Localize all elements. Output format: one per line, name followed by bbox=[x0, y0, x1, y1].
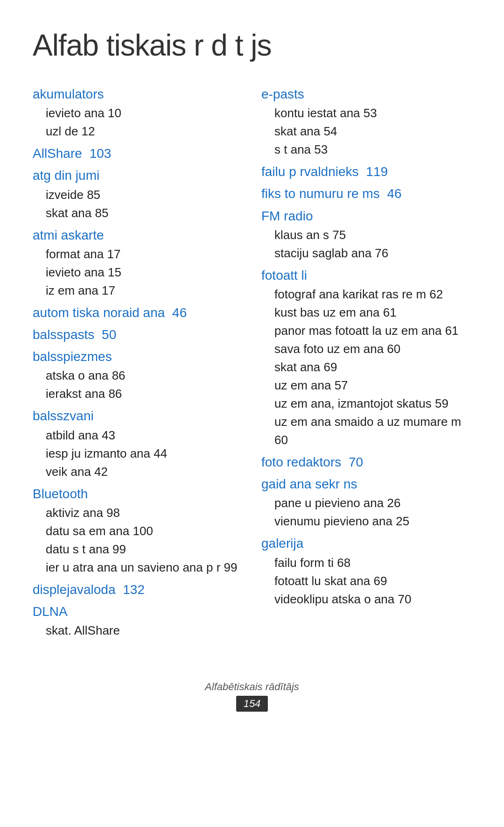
sub-entries: fotograf ana karikat ras re m 62kust bas… bbox=[274, 285, 471, 449]
entry-header: FM radio bbox=[261, 207, 471, 225]
sub-entry: kontu iestat ana 53 bbox=[274, 104, 471, 122]
sub-entry: veik ana 42 bbox=[46, 463, 243, 481]
index-entry: autom tiska noraid ana 46 bbox=[33, 304, 243, 322]
sub-entries: klaus an s 75staciju saglab ana 76 bbox=[274, 226, 471, 262]
index-entry: fotoatt lifotograf ana karikat ras re m … bbox=[261, 266, 471, 449]
index-entry: DLNAskat. AllShare bbox=[33, 602, 243, 640]
page-number: 119 bbox=[366, 164, 388, 179]
sub-entries: skat. AllShare bbox=[46, 622, 243, 640]
sub-entry: uz em ana 57 bbox=[274, 376, 471, 395]
sub-entry: videoklipu atska o ana 70 bbox=[274, 590, 471, 608]
sub-entry: atska o ana 86 bbox=[46, 367, 243, 385]
right-column: e-pastskontu iestat ana 53skat ana 54s t… bbox=[261, 81, 471, 612]
index-entry: AllShare 103 bbox=[33, 144, 243, 163]
sub-entry: ier u atra ana un savieno ana p r 99 bbox=[46, 558, 243, 577]
page-number: 70 bbox=[349, 455, 363, 469]
sub-entry: fotograf ana karikat ras re m 62 bbox=[274, 285, 471, 304]
sub-entries: izveide 85skat ana 85 bbox=[46, 186, 243, 222]
index-entry: atg din jumiizveide 85skat ana 85 bbox=[33, 166, 243, 222]
entry-header: e-pasts bbox=[261, 85, 471, 103]
sub-entry: atbild ana 43 bbox=[46, 426, 243, 445]
sub-entries: kontu iestat ana 53skat ana 54s t ana 53 bbox=[274, 104, 471, 159]
sub-entry: izveide 85 bbox=[46, 186, 243, 204]
sub-entry: vienumu pievieno ana 25 bbox=[274, 512, 471, 530]
sub-entry: iesp ju izmanto ana 44 bbox=[46, 445, 243, 463]
index-entry: displejavaloda 132 bbox=[33, 580, 243, 599]
sub-entry: ievieto ana 10 bbox=[46, 104, 243, 122]
sub-entries: format ana 17ievieto ana 15iz em ana 17 bbox=[46, 245, 243, 300]
sub-entry: iz em ana 17 bbox=[46, 282, 243, 300]
sub-entries: atbild ana 43iesp ju izmanto ana 44veik … bbox=[46, 426, 243, 481]
sub-entry: aktiviz ana 98 bbox=[46, 504, 243, 522]
entry-header: gaid ana sekr ns bbox=[261, 475, 471, 493]
sub-entries: ievieto ana 10uzl de 12 bbox=[46, 104, 243, 141]
page-number: 46 bbox=[172, 305, 187, 320]
entry-header: atg din jumi bbox=[33, 166, 243, 184]
sub-entry: s t ana 53 bbox=[274, 141, 471, 159]
footer: Alfabētiskais rādītājs 154 bbox=[33, 681, 471, 712]
entry-header: displejavaloda 132 bbox=[33, 580, 243, 599]
sub-entry: pane u pievieno ana 26 bbox=[274, 494, 471, 512]
sub-entry: failu form ti 68 bbox=[274, 554, 471, 572]
sub-entry: datu sa em ana 100 bbox=[46, 522, 243, 540]
sub-entry: panor mas fotoatt la uz em ana 61 bbox=[274, 322, 471, 340]
index-entry: fiks to numuru re ms 46 bbox=[261, 184, 471, 203]
entry-header: balsszvani bbox=[33, 407, 243, 425]
entry-header: foto redaktors 70 bbox=[261, 453, 471, 471]
index-columns: akumulatorsievieto ana 10uzl de 12AllSha… bbox=[33, 81, 471, 643]
page-title: Alfab tiskais r d t js bbox=[33, 28, 471, 63]
entry-header: fotoatt li bbox=[261, 266, 471, 284]
entry-header: fiks to numuru re ms 46 bbox=[261, 184, 471, 203]
sub-entry: uzl de 12 bbox=[46, 122, 243, 141]
sub-entry: sava foto uz em ana 60 bbox=[274, 340, 471, 358]
sub-entry: datu s t ana 99 bbox=[46, 540, 243, 558]
footer-page: 154 bbox=[236, 696, 268, 712]
index-entry: FM radioklaus an s 75staciju saglab ana … bbox=[261, 207, 471, 262]
index-entry: akumulatorsievieto ana 10uzl de 12 bbox=[33, 85, 243, 141]
index-entry: balsspasts 50 bbox=[33, 325, 243, 344]
index-entry: galerijafailu form ti 68fotoatt lu skat … bbox=[261, 534, 471, 608]
sub-entries: atska o ana 86ierakst ana 86 bbox=[46, 367, 243, 403]
page-number: 46 bbox=[387, 186, 401, 201]
sub-entries: failu form ti 68fotoatt lu skat ana 69vi… bbox=[274, 554, 471, 608]
entry-header: failu p rvaldnieks 119 bbox=[261, 163, 471, 181]
sub-entries: aktiviz ana 98datu sa em ana 100datu s t… bbox=[46, 504, 243, 577]
sub-entry: klaus an s 75 bbox=[274, 226, 471, 244]
sub-entry: ierakst ana 86 bbox=[46, 385, 243, 403]
entry-header: atmi askarte bbox=[33, 226, 243, 244]
entry-header: DLNA bbox=[33, 602, 243, 621]
sub-entry: skat. AllShare bbox=[46, 622, 243, 640]
index-entry: balsszvaniatbild ana 43iesp ju izmanto a… bbox=[33, 407, 243, 481]
entry-header: AllShare 103 bbox=[33, 144, 243, 163]
index-entry: atmi askarteformat ana 17ievieto ana 15i… bbox=[33, 226, 243, 300]
entry-header: akumulators bbox=[33, 85, 243, 103]
sub-entry: uz em ana smaido a uz mumare m 60 bbox=[274, 413, 471, 449]
sub-entry: ievieto ana 15 bbox=[46, 263, 243, 282]
entry-header: galerija bbox=[261, 534, 471, 552]
index-entry: gaid ana sekr nspane u pievieno ana 26vi… bbox=[261, 475, 471, 530]
page-number: 50 bbox=[102, 327, 116, 342]
sub-entry: kust bas uz em ana 61 bbox=[274, 304, 471, 322]
index-entry: foto redaktors 70 bbox=[261, 453, 471, 471]
index-entry: balsspiezmesatska o ana 86ierakst ana 86 bbox=[33, 347, 243, 403]
entry-header: balsspasts 50 bbox=[33, 325, 243, 344]
entry-header: autom tiska noraid ana 46 bbox=[33, 304, 243, 322]
sub-entry: skat ana 54 bbox=[274, 122, 471, 141]
page-number: 132 bbox=[123, 582, 145, 597]
footer-text: Alfabētiskais rādītājs bbox=[33, 681, 471, 693]
entry-header: Bluetooth bbox=[33, 485, 243, 503]
sub-entries: pane u pievieno ana 26vienumu pievieno a… bbox=[274, 494, 471, 530]
index-entry: failu p rvaldnieks 119 bbox=[261, 163, 471, 181]
sub-entry: fotoatt lu skat ana 69 bbox=[274, 572, 471, 590]
sub-entry: format ana 17 bbox=[46, 245, 243, 263]
page-number: 103 bbox=[90, 146, 112, 161]
sub-entry: uz em ana, izmantojot skatus 59 bbox=[274, 395, 471, 413]
sub-entry: skat ana 69 bbox=[274, 358, 471, 376]
entry-header: balsspiezmes bbox=[33, 347, 243, 366]
sub-entry: skat ana 85 bbox=[46, 204, 243, 222]
sub-entry: staciju saglab ana 76 bbox=[274, 244, 471, 262]
index-entry: e-pastskontu iestat ana 53skat ana 54s t… bbox=[261, 85, 471, 159]
index-entry: Bluetoothaktiviz ana 98datu sa em ana 10… bbox=[33, 485, 243, 577]
left-column: akumulatorsievieto ana 10uzl de 12AllSha… bbox=[33, 81, 261, 643]
